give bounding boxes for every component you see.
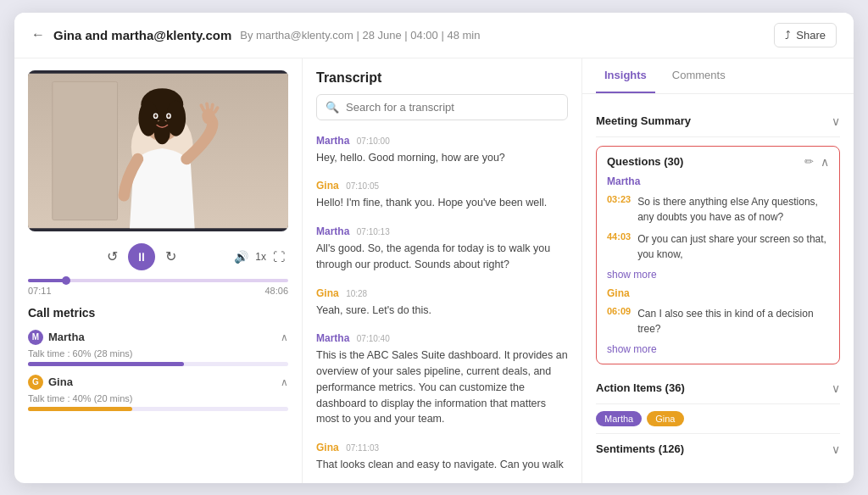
- participant-gina: G Gina: [28, 375, 73, 390]
- share-icon: ⤴: [785, 29, 791, 42]
- participant-row-gina: G Gina ∧: [28, 375, 288, 390]
- progress-fill: [28, 279, 66, 282]
- call-metrics: Call metrics M Martha ∧ Talk time : 60% …: [28, 306, 288, 420]
- q-timestamp: 44:03: [607, 231, 631, 242]
- msg-speaker: Martha 07:10:40: [316, 330, 568, 345]
- action-items-title: Action Items (36): [596, 381, 685, 394]
- back-button[interactable]: ←: [31, 27, 45, 42]
- svg-line-15: [207, 103, 208, 108]
- show-more-martha[interactable]: show more: [607, 269, 829, 281]
- sentiments-section[interactable]: Sentiments (126) ∨: [596, 434, 840, 464]
- martha-collapse-icon[interactable]: ∧: [281, 331, 288, 343]
- action-items-header[interactable]: Action Items (36) ∨: [596, 373, 840, 404]
- meeting-summary-chevron: ∨: [832, 114, 840, 128]
- total-time: 48:06: [264, 286, 288, 296]
- list-item: Martha 07:10:40 This is the ABC Sales Su…: [316, 330, 568, 427]
- fullscreen-icon[interactable]: ⛶: [273, 250, 285, 264]
- tab-insights[interactable]: Insights: [596, 58, 655, 93]
- tag-martha[interactable]: Martha: [596, 411, 642, 426]
- question-item: 44:03 Or you can just share your screen …: [607, 231, 829, 262]
- search-box: 🔍: [316, 94, 568, 120]
- share-button[interactable]: ⤴ Share: [774, 23, 837, 47]
- q-text: Or you can just share your screen so tha…: [637, 231, 829, 262]
- msg-text: All's good. So, the agenda for today is …: [316, 241, 568, 273]
- current-time: 07:11: [28, 286, 52, 296]
- msg-speaker: Gina 07:10:05: [316, 177, 568, 192]
- call-metrics-title: Call metrics: [28, 306, 288, 320]
- search-input[interactable]: [346, 101, 559, 114]
- gina-initial: G: [28, 375, 43, 390]
- q-text: Can I also see this in kind of a decisio…: [637, 306, 829, 336]
- insights-tabs: Insights Comments: [582, 58, 854, 94]
- skip-button[interactable]: ↻: [165, 248, 176, 264]
- volume-icon[interactable]: 🔊: [234, 250, 248, 264]
- q-timestamp: 06:09: [607, 306, 631, 316]
- video-player[interactable]: [28, 70, 288, 231]
- transcript-panel: Transcript 🔍 Martha 07:10:00 Hey, hello.…: [303, 58, 582, 483]
- edit-icon[interactable]: ✏: [804, 155, 814, 168]
- speaker-name: Martha: [316, 135, 349, 147]
- main-content: ↺ ⏸ ↻ 🔊 1x ⛶ 07:11 48:06: [14, 58, 854, 483]
- svg-line-16: [212, 104, 213, 109]
- gina-collapse-icon[interactable]: ∧: [281, 376, 288, 388]
- controls-center: ↺ ⏸ ↻: [107, 243, 176, 270]
- msg-timestamp: 07:11:03: [346, 443, 379, 453]
- action-items-section: Action Items (36) ∨ Martha Gina: [596, 373, 840, 434]
- msg-text: Yeah, sure. Let's do this.: [316, 303, 568, 319]
- martha-bar-fill: [28, 362, 184, 366]
- questions-section: Questions (30) ✏ ∧ Martha 03:23 So is th…: [596, 146, 840, 364]
- speaker-name: Gina: [316, 287, 339, 299]
- msg-timestamp: 10:28: [346, 289, 367, 298]
- tab-comments[interactable]: Comments: [664, 58, 734, 93]
- speaker-name: Gina: [316, 442, 339, 453]
- questions-actions: ✏ ∧: [804, 155, 829, 169]
- meeting-summary-section[interactable]: Meeting Summary ∨: [596, 106, 840, 137]
- msg-text: This is the ABC Sales Suite dashboard. I…: [316, 348, 568, 427]
- participant-row-martha: M Martha ∧: [28, 330, 288, 345]
- transcript-title: Transcript: [316, 70, 568, 86]
- q-timestamp: 03:23: [607, 194, 631, 204]
- header-left: ← Gina and martha@klenty.com By martha@k…: [31, 27, 480, 42]
- msg-speaker: Gina 07:11:03: [316, 439, 568, 454]
- msg-timestamp: 07:10:05: [346, 181, 379, 191]
- header-meta: By martha@klenty.com | 28 June | 04:00 |…: [240, 29, 480, 42]
- martha-initial: M: [28, 330, 43, 345]
- question-item: 06:09 Can I also see this in kind of a d…: [607, 306, 829, 336]
- speed-label[interactable]: 1x: [255, 251, 266, 263]
- gina-talk-time: Talk time : 40% (20 mins): [28, 393, 288, 403]
- svg-line-14: [201, 105, 203, 110]
- msg-timestamp: 07:10:00: [357, 136, 390, 146]
- video-controls: ↺ ⏸ ↻ 🔊 1x ⛶: [28, 236, 288, 277]
- sentiments-chevron: ∨: [832, 442, 840, 456]
- msg-timestamp: 07:10:13: [357, 227, 390, 236]
- participant-martha: M Martha: [28, 330, 85, 345]
- questions-chevron[interactable]: ∧: [821, 155, 829, 169]
- msg-timestamp: 07:10:40: [357, 334, 390, 343]
- tag-gina[interactable]: Gina: [647, 411, 683, 426]
- left-panel: ↺ ⏸ ↻ 🔊 1x ⛶ 07:11 48:06: [14, 58, 303, 483]
- app-container: ← Gina and martha@klenty.com By martha@k…: [14, 13, 854, 483]
- questions-gina-label: Gina: [607, 287, 829, 299]
- svg-line-17: [215, 108, 218, 112]
- page-title: Gina and martha@klenty.com: [53, 28, 231, 42]
- video-thumbnail: [28, 70, 288, 231]
- list-item: Gina 07:10:05 Hello! I'm fine, thank you…: [316, 177, 568, 211]
- pause-button[interactable]: ⏸: [128, 243, 155, 270]
- svg-point-11: [154, 114, 157, 117]
- show-more-gina[interactable]: show more: [607, 343, 829, 355]
- time-row: 07:11 48:06: [28, 286, 288, 296]
- msg-text: Hello! I'm fine, thank you. Hope you've …: [316, 195, 568, 211]
- q-text: So is there anything else Any questions,…: [637, 194, 829, 225]
- sentiments-title: Sentiments (126): [596, 442, 684, 455]
- svg-point-8: [154, 120, 170, 144]
- list-item: Martha 07:10:13 All's good. So, the agen…: [316, 223, 568, 273]
- progress-bar[interactable]: [28, 279, 288, 282]
- search-icon: 🔍: [326, 101, 339, 114]
- insights-content: Meeting Summary ∨ Questions (30) ✏ ∧ Mar…: [582, 94, 854, 483]
- questions-martha-label: Martha: [607, 175, 829, 187]
- replay-button[interactable]: ↺: [107, 248, 118, 264]
- gina-talk-bar: [28, 407, 288, 411]
- martha-talk-bar: [28, 362, 288, 366]
- speaker-name: Martha: [316, 332, 349, 344]
- gina-bar-fill: [28, 407, 132, 411]
